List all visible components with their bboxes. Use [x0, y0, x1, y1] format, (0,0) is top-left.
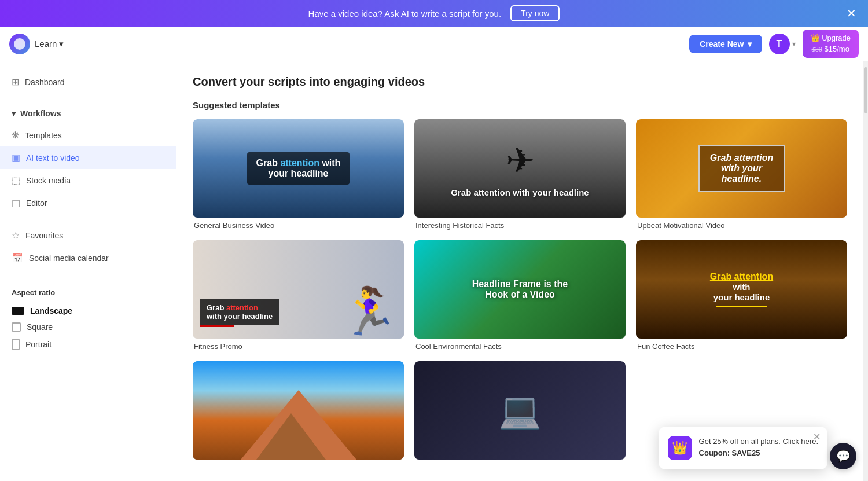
- aspect-ratio-title: Aspect ratio: [12, 288, 164, 297]
- sidebar-item-favourites[interactable]: ☆ Favourites: [0, 224, 176, 247]
- workflows-label: Workflows: [20, 109, 61, 118]
- aspect-portrait[interactable]: Portrait: [12, 335, 164, 354]
- page-title: Convert your scripts into engaging video…: [193, 75, 847, 89]
- template-grid: Grab attention withyour headline General…: [193, 119, 847, 463]
- template-card-fitness[interactable]: 🏃‍♀️ Grab attentionwith your headline Fi…: [193, 240, 404, 351]
- sidebar-item-dashboard[interactable]: ⊞ Dashboard: [0, 71, 176, 93]
- logo-inner: [14, 38, 25, 50]
- template-card-general-business[interactable]: Grab attention withyour headline General…: [193, 119, 404, 230]
- aspect-landscape[interactable]: Landscape: [12, 303, 164, 319]
- sidebar-item-label: Social media calendar: [29, 254, 109, 263]
- chat-bubble-button[interactable]: 💬: [830, 443, 856, 469]
- app-body: ⊞ Dashboard ▾ Workflows ❋ Templates ▣ AI…: [0, 61, 868, 481]
- calendar-icon: 📅: [12, 252, 23, 263]
- template-card-coffee[interactable]: Grab attention withyour headline Fun Cof…: [636, 240, 847, 351]
- promo-main-text: Get 25% off on all plans. Click here.: [699, 437, 818, 446]
- sidebar-divider-2: [0, 219, 176, 219]
- upgrade-old-price: $30: [812, 46, 822, 53]
- square-icon: [12, 322, 21, 332]
- promo-coupon: Coupon: SAVE25: [699, 449, 760, 457]
- upgrade-new-price: $15/mo: [825, 45, 849, 53]
- create-new-label: Create New: [700, 39, 744, 49]
- promo-text: Get 25% off on all plans. Click here. Co…: [699, 436, 818, 458]
- templates-icon: ❋: [12, 130, 19, 141]
- header: Learn ▾ Create New ▾ T ▾ 👑 👑 UpgradeUpgr…: [0, 27, 868, 61]
- landscape-label: Landscape: [30, 306, 72, 315]
- chevron-down-icon: ▾: [748, 39, 752, 49]
- template-label-environmental: Cool Environmental Facts: [414, 342, 626, 351]
- star-icon: ☆: [12, 230, 20, 241]
- sidebar-item-stock-media[interactable]: ⬚ Stock media: [0, 169, 176, 192]
- template-thumb-historical: ✈ Grab attention with your headline: [414, 119, 626, 218]
- scroll-thumb: [864, 67, 867, 113]
- aspect-square[interactable]: Square: [12, 319, 164, 335]
- sidebar-item-label: AI text to video: [26, 153, 80, 163]
- sidebar-item-label: Favourites: [25, 231, 63, 240]
- template-card-mountain[interactable]: [193, 361, 404, 463]
- sidebar-item-social-media-calendar[interactable]: 📅 Social media calendar: [0, 247, 176, 269]
- ai-text-icon: ▣: [12, 152, 20, 163]
- chat-icon: 💬: [836, 449, 851, 463]
- dashboard-icon: ⊞: [12, 76, 19, 87]
- template-thumb-fitness: 🏃‍♀️ Grab attentionwith your headline: [193, 240, 404, 339]
- landscape-icon: [12, 307, 24, 315]
- stock-media-icon: ⬚: [12, 175, 20, 186]
- template-label-fitness: Fitness Promo: [193, 342, 404, 351]
- sidebar-item-label: Stock media: [26, 176, 71, 185]
- headline-box-motivational: Grab attentionwith yourheadline.: [698, 145, 785, 192]
- learn-label: Learn: [35, 39, 57, 49]
- main-content: Convert your scripts into engaging video…: [176, 61, 863, 481]
- sidebar-item-ai-text-to-video[interactable]: ▣ AI text to video: [0, 146, 176, 169]
- template-card-tablet[interactable]: 💻: [414, 361, 626, 463]
- square-label: Square: [27, 322, 53, 332]
- headline-text-environmental: Headline Frame is theHook of a Video: [461, 279, 579, 300]
- top-banner: Have a video idea? Ask AI to write a scr…: [0, 0, 868, 27]
- template-thumb-motivational: Grab attentionwith yourheadline.: [636, 119, 847, 218]
- plane-icon: ✈: [506, 140, 535, 181]
- sidebar-item-label: Dashboard: [25, 78, 65, 87]
- template-thumb-mountain: [193, 361, 404, 460]
- promo-close-button[interactable]: ✕: [813, 431, 821, 442]
- logo[interactable]: [9, 34, 30, 54]
- sidebar-item-label: Editor: [26, 199, 47, 208]
- section-title: Suggested templates: [193, 100, 847, 110]
- template-label-coffee: Fun Coffee Facts: [636, 342, 847, 351]
- headline-text-historical: Grab attention with your headline: [451, 188, 589, 197]
- template-card-environmental[interactable]: Headline Frame is theHook of a Video Coo…: [414, 240, 626, 351]
- header-right: Create New ▾ T ▾ 👑 👑 UpgradeUpgrade $30 …: [689, 30, 859, 57]
- learn-menu[interactable]: Learn ▾: [35, 39, 64, 49]
- headline-overlay-business: Grab attention withyour headline: [247, 152, 350, 185]
- sidebar-divider: [0, 98, 176, 98]
- sidebar-item-label: Templates: [25, 131, 62, 140]
- sidebar: ⊞ Dashboard ▾ Workflows ❋ Templates ▣ AI…: [0, 61, 176, 481]
- sidebar-divider-3: [0, 274, 176, 274]
- try-now-button[interactable]: Try now: [510, 5, 560, 21]
- promo-icon: 👑: [668, 436, 692, 460]
- template-thumb-business: Grab attention withyour headline: [193, 119, 404, 218]
- avatar-button[interactable]: T: [769, 34, 790, 54]
- banner-close-button[interactable]: ✕: [847, 8, 856, 19]
- template-card-historical[interactable]: ✈ Grab attention with your headline Inte…: [414, 119, 626, 230]
- promo-popup: 👑 Get 25% off on all plans. Click here. …: [659, 427, 827, 469]
- template-card-motivational[interactable]: Grab attentionwith yourheadline. Upbeat …: [636, 119, 847, 230]
- avatar-chevron-icon: ▾: [792, 40, 796, 48]
- upgrade-button[interactable]: 👑 👑 UpgradeUpgrade $30 $15/mo: [803, 30, 859, 57]
- template-label-historical: Interesting Historical Facts: [414, 221, 626, 230]
- scrollbar[interactable]: [863, 61, 868, 481]
- sidebar-item-editor[interactable]: ◫ Editor: [0, 192, 176, 214]
- sidebar-item-templates[interactable]: ❋ Templates: [0, 124, 176, 146]
- aspect-ratio-section: Aspect ratio Landscape Square Portrait: [0, 279, 176, 358]
- create-new-button[interactable]: Create New ▾: [689, 35, 762, 53]
- banner-text: Have a video idea? Ask AI to write a scr…: [308, 9, 502, 19]
- editor-icon: ◫: [12, 197, 20, 208]
- upgrade-crown-icon: 👑: [811, 34, 822, 42]
- workflows-section[interactable]: ▾ Workflows: [0, 103, 176, 124]
- crown-icon: 👑: [672, 440, 687, 456]
- template-label-general-business: General Business Video: [193, 221, 404, 230]
- template-thumb-environmental: Headline Frame is theHook of a Video: [414, 240, 626, 339]
- template-label-motivational: Upbeat Motivational Video: [636, 221, 847, 230]
- chevron-down-icon: ▾: [12, 109, 16, 118]
- portrait-icon: [12, 339, 20, 350]
- template-thumb-coffee: Grab attention withyour headline: [636, 240, 847, 339]
- template-thumb-tablet: 💻: [414, 361, 626, 460]
